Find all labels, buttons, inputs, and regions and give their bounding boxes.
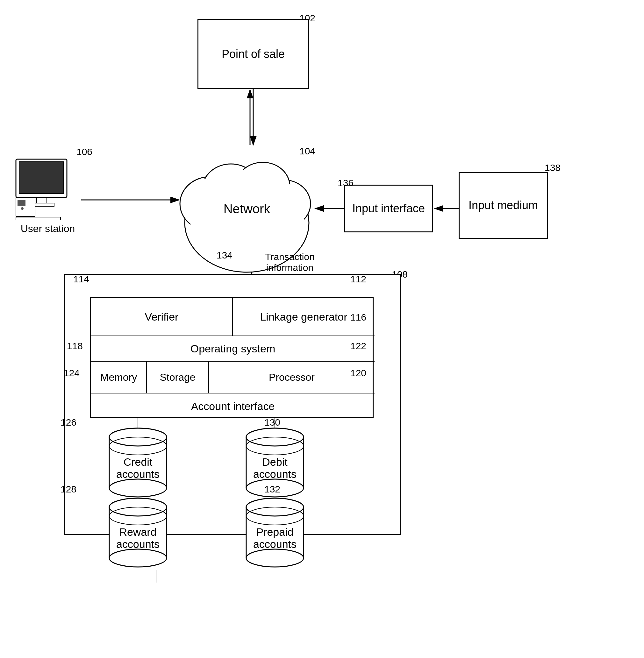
credit-accounts-cylinder: Credit accounts xyxy=(106,427,170,498)
svg-text:Credit: Credit xyxy=(123,456,153,468)
svg-text:Reward: Reward xyxy=(119,526,156,538)
transaction-info-label: Transactioninformation xyxy=(258,252,322,273)
ref-138: 138 xyxy=(545,162,560,173)
svg-point-62 xyxy=(246,549,303,567)
memory-label: Memory xyxy=(100,372,137,383)
ref-136: 136 xyxy=(338,178,353,188)
svg-rect-24 xyxy=(19,162,64,193)
svg-text:Prepaid: Prepaid xyxy=(256,526,293,538)
svg-text:accounts: accounts xyxy=(116,468,160,480)
memory-cell: Memory xyxy=(91,361,147,394)
ref-112: 112 xyxy=(350,274,366,285)
input-interface-label: Input interface xyxy=(352,202,425,215)
inner-component-box: Verifier Linkage generator Operating sys… xyxy=(90,297,374,418)
ref-126: 126 xyxy=(61,417,76,428)
svg-text:Debit: Debit xyxy=(262,456,288,468)
svg-rect-28 xyxy=(18,200,25,206)
ref-130: 130 xyxy=(264,417,280,428)
processor-cell: Processor xyxy=(209,361,374,394)
ref-132: 132 xyxy=(264,484,280,495)
ref-124: 124 xyxy=(64,368,79,378)
reward-accounts-cylinder: Reward accounts xyxy=(106,498,170,568)
user-station-label: User station xyxy=(16,223,79,235)
svg-text:accounts: accounts xyxy=(253,538,297,550)
input-medium-label: Input medium xyxy=(468,198,538,212)
account-interface-label: Account interface xyxy=(191,400,275,413)
svg-rect-30 xyxy=(16,217,61,220)
operating-system-label: Operating system xyxy=(190,343,275,355)
storage-cell: Storage xyxy=(147,361,209,394)
storage-label: Storage xyxy=(160,372,195,383)
verifier-cell: Verifier xyxy=(91,298,233,336)
ref-128: 128 xyxy=(61,484,76,495)
ref-114: 114 xyxy=(73,274,89,285)
ref-134: 134 xyxy=(216,250,232,261)
svg-point-29 xyxy=(21,207,24,210)
ref-106: 106 xyxy=(76,146,92,157)
point-of-sale-label: Point of sale xyxy=(222,47,285,61)
svg-text:accounts: accounts xyxy=(253,468,297,480)
ref-120: 120 xyxy=(350,368,366,378)
input-interface-box: Input interface xyxy=(344,185,433,232)
svg-point-53 xyxy=(109,549,166,567)
account-interface-row: Account interface xyxy=(91,394,374,419)
point-of-sale-box: Point of sale xyxy=(198,19,309,89)
prepaid-accounts-cylinder: Prepaid accounts xyxy=(243,498,307,568)
diagram: 102 Point of sale 104 Network 106 xyxy=(0,0,644,658)
ref-122: 122 xyxy=(350,340,366,351)
ref-116: 116 xyxy=(350,312,366,323)
user-station-illustration xyxy=(9,156,79,220)
processor-label: Processor xyxy=(269,372,315,383)
operating-system-row: Operating system xyxy=(91,336,374,361)
input-medium-box: Input medium xyxy=(459,172,548,239)
svg-text:Network: Network xyxy=(224,202,271,216)
svg-text:accounts: accounts xyxy=(116,538,160,550)
verifier-label: Verifier xyxy=(145,311,179,323)
svg-point-35 xyxy=(109,479,166,497)
ref-118: 118 xyxy=(67,340,83,351)
linkage-generator-label: Linkage generator xyxy=(260,311,347,323)
